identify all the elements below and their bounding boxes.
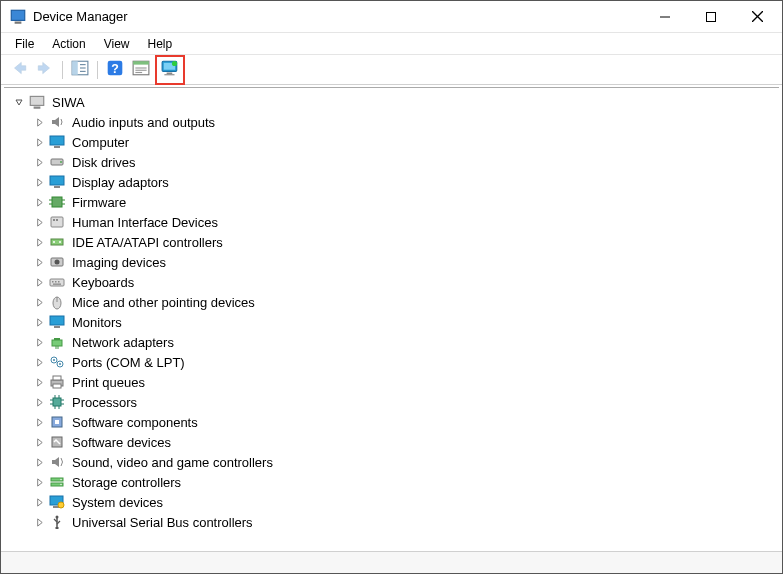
scan-hardware-button[interactable] [158, 58, 182, 82]
ports-icon [48, 354, 66, 370]
tree-node-label: Processors [70, 394, 139, 411]
expander-closed-icon[interactable] [32, 195, 46, 209]
expander-closed-icon[interactable] [32, 295, 46, 309]
svg-rect-23 [30, 96, 44, 105]
window-title: Device Manager [33, 9, 128, 24]
monitor-icon [48, 314, 66, 330]
tree-node[interactable]: Firmware [6, 192, 777, 212]
tree-node[interactable]: Computer [6, 132, 777, 152]
expander-closed-icon[interactable] [32, 435, 46, 449]
toolbar-separator [62, 61, 63, 79]
toolbar: ? [1, 55, 782, 85]
tree-node-label: IDE ATA/ATAPI controllers [70, 234, 225, 251]
tree-node[interactable]: Universal Serial Bus controllers [6, 512, 777, 532]
close-button[interactable] [734, 2, 780, 32]
tree-node-label: Monitors [70, 314, 124, 331]
monitor-icon [48, 134, 66, 150]
window-controls [642, 2, 780, 32]
tree-node[interactable]: Network adapters [6, 332, 777, 352]
svg-rect-20 [167, 73, 173, 75]
menu-file[interactable]: File [7, 35, 42, 53]
help-button[interactable]: ? [103, 58, 127, 82]
tree-node[interactable]: Software components [6, 412, 777, 432]
tree-node[interactable]: Imaging devices [6, 252, 777, 272]
menu-view[interactable]: View [96, 35, 138, 53]
imaging-icon [48, 254, 66, 270]
status-bar [1, 551, 782, 573]
tree-node[interactable]: Disk drives [6, 152, 777, 172]
device-tree[interactable]: SIWA Audio inputs and outputsComputerDis… [4, 87, 779, 549]
printer-icon [48, 374, 66, 390]
menu-help[interactable]: Help [140, 35, 181, 53]
expander-closed-icon[interactable] [32, 315, 46, 329]
expander-closed-icon[interactable] [32, 215, 46, 229]
show-hide-console-tree-button[interactable] [68, 58, 92, 82]
tree-node[interactable]: Audio inputs and outputs [6, 112, 777, 132]
back-button[interactable] [7, 58, 31, 82]
tree-node[interactable]: Display adaptors [6, 172, 777, 192]
expander-closed-icon[interactable] [32, 455, 46, 469]
tree-node[interactable]: Software devices [6, 432, 777, 452]
tree-node-label: Software devices [70, 434, 173, 451]
expander-closed-icon[interactable] [32, 135, 46, 149]
tree-node-label: Print queues [70, 374, 147, 391]
tree-node-label: Computer [70, 134, 131, 151]
tree-root-label: SIWA [50, 94, 87, 111]
expander-closed-icon[interactable] [32, 375, 46, 389]
tree-node[interactable]: Sound, video and game controllers [6, 452, 777, 472]
forward-button[interactable] [33, 58, 57, 82]
tree-node[interactable]: Processors [6, 392, 777, 412]
tree-node[interactable]: Ports (COM & LPT) [6, 352, 777, 372]
svg-rect-21 [164, 74, 174, 75]
tree-root-node[interactable]: SIWA [6, 92, 777, 112]
tree-node-label: Disk drives [70, 154, 138, 171]
expander-closed-icon[interactable] [32, 235, 46, 249]
expander-open-icon[interactable] [12, 95, 26, 109]
toolbar-separator [97, 61, 98, 79]
expander-closed-icon[interactable] [32, 115, 46, 129]
keyboard-icon [48, 274, 66, 290]
tree-node[interactable]: Human Interface Devices [6, 212, 777, 232]
expander-closed-icon[interactable] [32, 335, 46, 349]
menu-action[interactable]: Action [44, 35, 93, 53]
expander-closed-icon[interactable] [32, 155, 46, 169]
properties-button[interactable] [129, 58, 153, 82]
expander-closed-icon[interactable] [32, 515, 46, 529]
tree-node-label: Imaging devices [70, 254, 168, 271]
storage-icon [48, 474, 66, 490]
tree-node-label: Sound, video and game controllers [70, 454, 275, 471]
tree-node-label: Storage controllers [70, 474, 183, 491]
system-icon [48, 494, 66, 510]
svg-point-22 [172, 61, 177, 66]
tree-node[interactable]: IDE ATA/ATAPI controllers [6, 232, 777, 252]
tree-node[interactable]: Keyboards [6, 272, 777, 292]
maximize-button[interactable] [688, 2, 734, 32]
tree-node-label: Human Interface Devices [70, 214, 220, 231]
mouse-icon [48, 294, 66, 310]
tree-node[interactable]: Mice and other pointing devices [6, 292, 777, 312]
expander-closed-icon[interactable] [32, 395, 46, 409]
expander-closed-icon[interactable] [32, 415, 46, 429]
tree-node[interactable]: Storage controllers [6, 472, 777, 492]
tree-node-label: Mice and other pointing devices [70, 294, 257, 311]
expander-closed-icon[interactable] [32, 175, 46, 189]
expander-closed-icon[interactable] [32, 495, 46, 509]
cpu-icon [48, 394, 66, 410]
minimize-button[interactable] [642, 2, 688, 32]
tree-node[interactable]: System devices [6, 492, 777, 512]
usb-icon [48, 514, 66, 530]
tree-node-label: Software components [70, 414, 200, 431]
software-comp-icon [48, 414, 66, 430]
expander-closed-icon[interactable] [32, 355, 46, 369]
expander-closed-icon[interactable] [32, 255, 46, 269]
tree-node-label: Display adaptors [70, 174, 171, 191]
tree-node[interactable]: Monitors [6, 312, 777, 332]
expander-closed-icon[interactable] [32, 475, 46, 489]
audio-icon [48, 114, 66, 130]
expander-closed-icon[interactable] [32, 275, 46, 289]
arrow-left-icon [10, 59, 28, 80]
title-bar: Device Manager [1, 1, 782, 33]
sound-icon [48, 454, 66, 470]
tree-node[interactable]: Print queues [6, 372, 777, 392]
arrow-right-icon [36, 59, 54, 80]
